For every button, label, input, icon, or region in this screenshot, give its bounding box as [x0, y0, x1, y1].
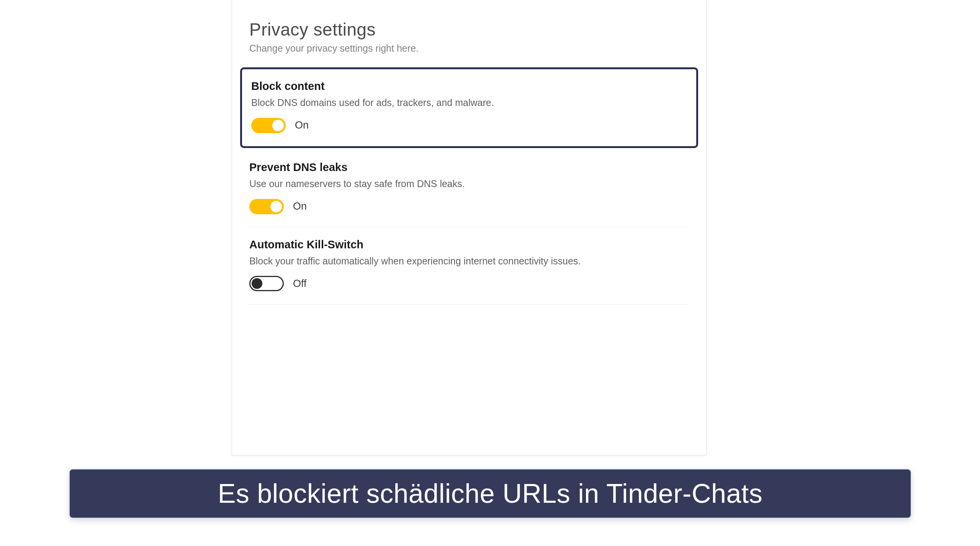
setting-prevent-dns: Prevent DNS leaks Use our nameservers to…: [249, 150, 689, 228]
settings-panel: Privacy settings Change your privacy set…: [232, 0, 707, 455]
toggle-state-label: Off: [293, 278, 307, 290]
setting-desc: Block DNS domains used for ads, trackers…: [251, 96, 687, 109]
page-title: Privacy settings: [249, 19, 689, 40]
caption-bar: Es blockiert schädliche URLs in Tinder-C…: [69, 469, 911, 518]
caption-text: Es blockiert schädliche URLs in Tinder-C…: [218, 478, 763, 509]
setting-title: Block content: [251, 80, 687, 93]
toggle-state-label: On: [293, 200, 307, 212]
setting-title: Automatic Kill-Switch: [249, 238, 689, 251]
toggle-state-label: On: [295, 119, 309, 131]
page-subtitle: Change your privacy settings right here.: [249, 43, 689, 54]
setting-desc: Block your traffic automatically when ex…: [249, 255, 689, 268]
setting-kill-switch: Automatic Kill-Switch Block your traffic…: [249, 228, 689, 305]
setting-block-content: Block content Block DNS domains used for…: [240, 67, 698, 148]
prevent-dns-toggle[interactable]: [249, 199, 284, 214]
toggle-row: On: [249, 199, 689, 214]
toggle-knob: [252, 278, 262, 289]
setting-title: Prevent DNS leaks: [249, 161, 689, 174]
toggle-row: Off: [249, 276, 689, 291]
toggle-knob: [270, 201, 282, 212]
kill-switch-toggle[interactable]: [249, 276, 284, 291]
toggle-knob: [272, 120, 284, 131]
setting-desc: Use our nameservers to stay safe from DN…: [249, 178, 689, 191]
block-content-toggle[interactable]: [251, 118, 286, 133]
toggle-row: On: [251, 118, 687, 133]
